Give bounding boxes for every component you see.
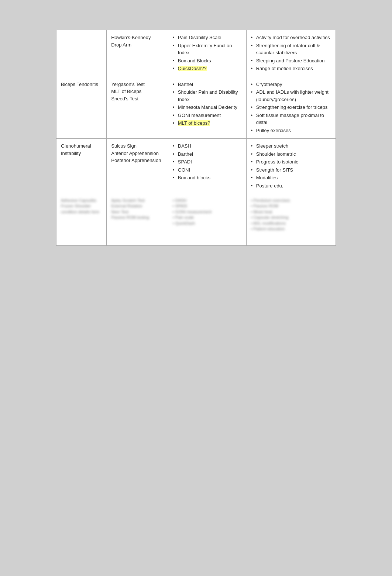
page-container: Hawkin's-Kennedy Drop Arm Pain Disabilit… [56, 30, 336, 246]
outcome-item: Box and Blocks [173, 57, 242, 65]
outcome-text: DASH [178, 143, 191, 149]
blurred-interventions-content: • Pendulum exercises • Passive ROM • Moi… [251, 198, 331, 232]
intervention-text: Range of motion exercises [256, 66, 313, 71]
intervention-item: Posture edu. [251, 182, 331, 190]
intervention-item: Pulley exercises [251, 127, 331, 134]
interventions-list: Cryotherapy ADL and IADLs with lighter w… [251, 81, 331, 134]
outcome-text: SPADI [178, 159, 192, 165]
tests-cell: Sulcus Sign Anterior Apprehension Poster… [107, 139, 168, 194]
outcome-text: GONI [178, 167, 190, 173]
outcome-text-highlighted: QuickDash?? [178, 66, 207, 71]
intervention-item: Cryotherapy [251, 81, 331, 88]
outcome-text: Shoulder Pain and Disability Index [178, 89, 238, 102]
outcome-item: Barthel [173, 151, 242, 158]
condition-label: Glenohumeral Instability [61, 143, 91, 156]
outcome-item: Shoulder Pain and Disability Index [173, 89, 242, 103]
intervention-item: Strengthening of rotator cuff & scapular… [251, 42, 331, 56]
condition-cell: Biceps Tendonitis [56, 77, 107, 139]
intervention-text: Shoulder isometric [256, 151, 296, 157]
intervention-item: Range of motion exercises [251, 65, 331, 72]
blurred-table-row: Adhesive Capsulitis Frozen Shoulder cond… [56, 194, 336, 246]
outcome-item: GONI measurement [173, 112, 242, 119]
outcome-text: GONI measurement [178, 113, 221, 118]
outcome-text: Pain Disability Scale [178, 35, 221, 40]
interventions-list: Activity mod for overhead activities Str… [251, 34, 331, 72]
intervention-text: Modalities [256, 175, 278, 180]
intervention-text: Progress to isotonic [256, 159, 298, 165]
outcomes-cell: Barthel Shoulder Pain and Disability Ind… [168, 77, 246, 139]
intervention-text: Strengthening of rotator cuff & scapular… [256, 43, 320, 56]
outcome-item: Minnesota Manual Dexterity [173, 104, 242, 111]
intervention-text: Strength for SITS [256, 167, 293, 173]
outcomes-cell: Pain Disability Scale Upper Extremity Fu… [168, 30, 246, 77]
condition-cell: Glenohumeral Instability [56, 139, 107, 194]
intervention-text: Sleeper stretch [256, 143, 288, 149]
intervention-text: Pulley exercises [256, 128, 291, 133]
blurred-condition-cell: Adhesive Capsulitis Frozen Shoulder cond… [56, 194, 107, 246]
outcome-item: GONI [173, 166, 242, 174]
outcome-text: Minnesota Manual Dexterity [178, 104, 237, 110]
interventions-cell: Cryotherapy ADL and IADLs with lighter w… [246, 77, 336, 139]
tests-text: Hawkin's-Kennedy Drop Arm [111, 35, 151, 48]
outcome-item: Upper Extremity Function Index [173, 42, 242, 56]
table-row: Glenohumeral Instability Sulcus Sign Ant… [56, 139, 336, 194]
intervention-item: Sleeper stretch [251, 142, 331, 150]
blurred-tests-content: Apley Scratch Test External Rotation Nee… [111, 198, 164, 221]
intervention-text: Strengthening exercise for triceps [256, 104, 328, 110]
conditions-table: Hawkin's-Kennedy Drop Arm Pain Disabilit… [56, 30, 336, 246]
outcome-item: SPADI [173, 158, 242, 166]
outcome-text: Barthel [178, 151, 193, 157]
tests-cell: Yergason's Test MLT of Biceps Speed's Te… [107, 77, 168, 139]
outcome-item: Box and blocks [173, 174, 242, 182]
outcomes-list: Pain Disability Scale Upper Extremity Fu… [173, 34, 242, 72]
outcome-item: Barthel [173, 81, 242, 88]
intervention-item: Strength for SITS [251, 166, 331, 174]
outcome-text: Box and blocks [178, 175, 210, 180]
intervention-text: Posture edu. [256, 183, 283, 189]
intervention-text: ADL and IADLs with lighter weight (laund… [256, 89, 329, 102]
outcome-text: Upper Extremity Function Index [178, 43, 232, 56]
outcomes-list: Barthel Shoulder Pain and Disability Ind… [173, 81, 242, 127]
blurred-outcomes-cell: • DASH • SPADI • GONI measurement • Pain… [168, 194, 246, 246]
outcomes-list: DASH Barthel SPADI GONI Box and blocks [173, 142, 242, 182]
outcome-text-highlighted: MLT of biceps? [178, 120, 210, 126]
table-row: Biceps Tendonitis Yergason's Test MLT of… [56, 77, 336, 139]
outcome-item: QuickDash?? [173, 65, 242, 72]
intervention-text: Soft tissue massage proximal to distal [256, 113, 324, 125]
outcome-item: DASH [173, 142, 242, 150]
condition-label: Biceps Tendonitis [61, 82, 98, 87]
interventions-cell: Activity mod for overhead activities Str… [246, 30, 336, 77]
table-row: Hawkin's-Kennedy Drop Arm Pain Disabilit… [56, 30, 336, 77]
blurred-interventions-cell: • Pendulum exercises • Passive ROM • Moi… [246, 194, 336, 246]
outcome-item: MLT of biceps? [173, 120, 242, 127]
outcome-text: Box and Blocks [178, 58, 211, 63]
interventions-cell: Sleeper stretch Shoulder isometric Progr… [246, 139, 336, 194]
outcomes-cell: DASH Barthel SPADI GONI Box and blocks [168, 139, 246, 194]
intervention-item: Activity mod for overhead activities [251, 34, 331, 41]
outcome-item: Pain Disability Scale [173, 34, 242, 41]
intervention-item: Strengthening exercise for triceps [251, 104, 331, 111]
intervention-item: Modalities [251, 174, 331, 182]
intervention-item: Progress to isotonic [251, 158, 331, 166]
intervention-item: Sleeping and Posture Education [251, 57, 331, 65]
interventions-list: Sleeper stretch Shoulder isometric Progr… [251, 142, 331, 189]
intervention-text: Sleeping and Posture Education [256, 58, 325, 63]
intervention-text: Activity mod for overhead activities [256, 35, 330, 40]
tests-text: Sulcus Sign Anterior Apprehension Poster… [111, 143, 161, 163]
blurred-tests-cell: Apley Scratch Test External Rotation Nee… [107, 194, 168, 246]
intervention-item: Soft tissue massage proximal to distal [251, 112, 331, 126]
tests-text: Yergason's Test MLT of Biceps Speed's Te… [111, 82, 145, 101]
tests-cell: Hawkin's-Kennedy Drop Arm [107, 30, 168, 77]
outcome-text: Barthel [178, 82, 193, 87]
intervention-item: ADL and IADLs with lighter weight (laund… [251, 89, 331, 103]
condition-cell [56, 30, 107, 77]
intervention-text: Cryotherapy [256, 82, 282, 87]
blurred-condition-content: Adhesive Capsulitis Frozen Shoulder cond… [61, 198, 102, 215]
intervention-item: Shoulder isometric [251, 151, 331, 158]
blurred-outcomes-content: • DASH • SPADI • GONI measurement • Pain… [173, 198, 242, 226]
